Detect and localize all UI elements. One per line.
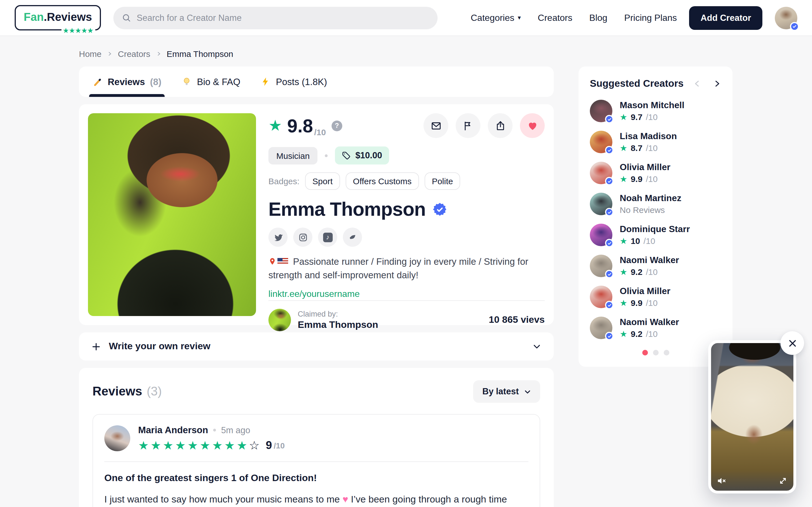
badge-sport[interactable]: Sport	[305, 172, 340, 190]
suggested-creators-title: Suggested Creators	[590, 78, 684, 90]
claimed-name[interactable]: Emma Thompson	[298, 319, 378, 330]
creator-rating: ★ 10 /10	[620, 236, 690, 246]
instagram-icon[interactable]	[293, 228, 312, 247]
tab-posts[interactable]: Posts (1.8K)	[261, 66, 327, 97]
carousel-next-button[interactable]	[713, 79, 721, 88]
bio-link[interactable]: linktr.ee/yourusername	[268, 287, 545, 300]
nav-blog[interactable]: Blog	[589, 13, 607, 23]
search-bar[interactable]	[113, 6, 438, 29]
badge-offers-customs[interactable]: Offers Customs	[346, 172, 419, 190]
creator-avatar	[590, 286, 612, 308]
review-score-suffix: /10	[274, 441, 285, 450]
badges-label: Badges:	[268, 176, 299, 186]
carousel-prev-button[interactable]	[693, 79, 702, 88]
verified-badge-icon	[605, 332, 613, 340]
carousel-dot[interactable]	[653, 350, 658, 355]
star-filled-icon: ★	[200, 439, 210, 451]
report-button[interactable]	[456, 113, 480, 138]
creator-avatar	[590, 162, 612, 184]
main-nav: Categories ▾ Creators Blog Pricing Plans	[471, 13, 677, 23]
suggested-creator-item[interactable]: Naomi Walker ★ 9.2 /10	[590, 255, 721, 277]
nav-creators[interactable]: Creators	[538, 13, 572, 23]
search-input[interactable]	[137, 13, 429, 23]
tab-bio-faq[interactable]: Bio & FAQ	[182, 66, 240, 97]
tiktok-icon[interactable]: ♪	[318, 228, 337, 247]
sort-dropdown[interactable]: By latest	[473, 380, 540, 403]
reviewer-name[interactable]: Maria Anderson	[138, 425, 208, 436]
suggested-creator-item[interactable]: Olivia Miller ★ 9.9 /10	[590, 286, 721, 308]
star-outline-icon: ☆	[249, 439, 260, 451]
creator-rating: No Reviews	[620, 205, 681, 215]
expand-button[interactable]	[778, 476, 788, 486]
logo-reviews: .Reviews	[44, 11, 92, 23]
price-badge[interactable]: $10.00	[335, 147, 389, 165]
creator-name: Noah Martinez	[620, 193, 681, 203]
reviewer-avatar	[104, 425, 130, 451]
star-filled-icon: ★	[620, 143, 627, 153]
star-filled-icon: ★	[138, 439, 149, 451]
creator-avatar	[590, 255, 612, 277]
divider	[104, 461, 528, 462]
mute-button[interactable]	[717, 476, 726, 486]
creator-photo	[88, 113, 256, 316]
carousel-dot[interactable]	[642, 350, 648, 355]
share-button[interactable]	[488, 113, 513, 138]
expand-icon	[778, 476, 788, 486]
verified-badge-icon	[605, 146, 613, 154]
suggested-creator-item[interactable]: Dominique Starr ★ 10 /10	[590, 224, 721, 246]
muted-speaker-icon	[717, 476, 726, 486]
divider	[268, 300, 545, 301]
logo[interactable]: Fan.Reviews ★★★★★	[15, 5, 101, 31]
write-review-toggle[interactable]: Write your own review	[79, 332, 554, 360]
star-filled-icon: ★	[620, 236, 627, 246]
close-video-button[interactable]	[780, 331, 804, 355]
video-preview[interactable]	[711, 343, 794, 491]
suggested-creator-item[interactable]: Noah Martinez No Reviews	[590, 193, 721, 215]
review-item: Maria Anderson 5m ago ★★★★★★★★★☆9/10 One	[93, 414, 540, 507]
tab-reviews-label: Reviews	[108, 76, 145, 87]
creator-name: Naomi Walker	[620, 255, 679, 265]
creator-avatar	[590, 100, 612, 122]
verified-badge-icon	[605, 115, 613, 123]
fansly-icon[interactable]	[343, 228, 362, 247]
badges-row: Badges: Sport Offers Customs Polite	[268, 172, 545, 190]
creator-avatar	[590, 317, 612, 339]
category-badge[interactable]: Musician	[268, 147, 317, 164]
lightbulb-icon	[182, 76, 192, 87]
help-icon[interactable]: ?	[332, 120, 342, 131]
verified-badge-icon	[605, 239, 613, 247]
writing-hand-icon	[93, 76, 103, 87]
suggested-creator-item[interactable]: Olivia Miller ★ 9.9 /10	[590, 162, 721, 184]
suggested-creator-item[interactable]: Lisa Madison ★ 8.7 /10	[590, 131, 721, 153]
chevron-down-icon: ▾	[518, 14, 521, 21]
tab-reviews[interactable]: Reviews (8)	[93, 66, 161, 97]
badge-polite[interactable]: Polite	[424, 172, 460, 190]
views-count: 10 865 vievs	[489, 314, 545, 326]
star-filled-icon: ★	[163, 439, 173, 451]
nav-pricing-plans[interactable]: Pricing Plans	[624, 13, 677, 23]
message-button[interactable]	[423, 113, 448, 138]
nav-categories[interactable]: Categories ▾	[471, 13, 521, 23]
claimed-label: Claimed by:	[298, 309, 378, 318]
favorite-button[interactable]	[520, 113, 545, 138]
price-tag-icon	[342, 151, 351, 160]
creator-rating: ★ 8.7 /10	[620, 143, 677, 153]
reviews-title: Reviews	[93, 384, 142, 399]
star-filled-icon: ★	[151, 439, 161, 451]
reviews-section: Reviews (3) By latest Maria Ande	[79, 368, 554, 507]
sort-label: By latest	[483, 386, 519, 397]
creator-rating: ★ 9.2 /10	[620, 329, 679, 339]
breadcrumb-home[interactable]: Home	[79, 49, 101, 58]
suggested-creator-item[interactable]: Mason Mitchell ★ 9.7 /10	[590, 100, 721, 122]
verified-badge-icon	[605, 270, 613, 278]
breadcrumb-creators[interactable]: Creators	[118, 49, 150, 58]
suggested-creator-item[interactable]: Naomi Walker ★ 9.2 /10	[590, 317, 721, 339]
star-filled-icon: ★	[188, 439, 198, 451]
creator-avatar	[590, 131, 612, 153]
add-creator-button[interactable]: Add Creator	[689, 6, 762, 30]
twitter-icon[interactable]	[268, 228, 288, 247]
carousel-dot[interactable]	[663, 350, 669, 355]
creator-profile-card: ★ 9.8 /10 ?	[79, 104, 554, 325]
user-avatar[interactable]	[775, 6, 797, 29]
creator-avatar	[590, 193, 612, 215]
